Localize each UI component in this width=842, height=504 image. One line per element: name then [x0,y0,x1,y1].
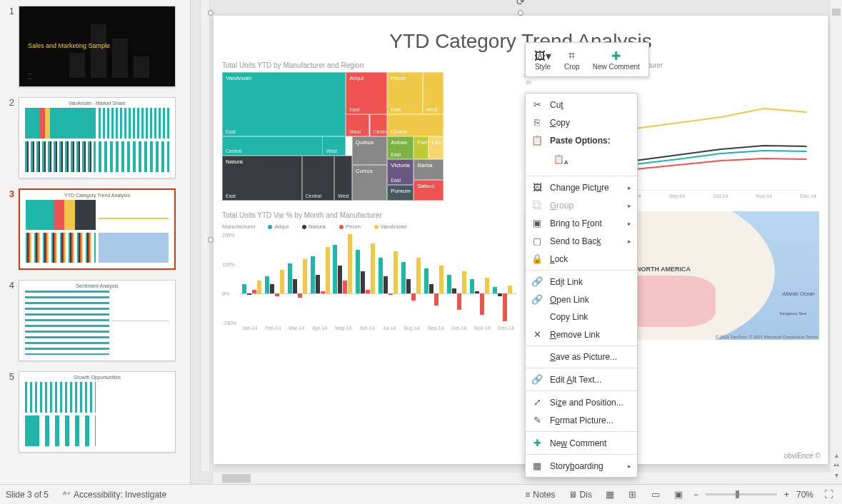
menu-send-to-back[interactable]: ▢Send to Back▸ [526,232,637,250]
slide-preview[interactable]: VanArsdel - Market Share [19,97,176,178]
zoom-slider[interactable] [706,493,777,495]
menu-new-comment[interactable]: ✚New Comment [526,434,637,452]
context-menu: ✂Cut ⎘Copy 📋Paste Options: 📋A 🖼Change Pi… [525,93,638,478]
treemap-cell[interactable]: AliquiEast [346,72,387,114]
chart-title: Total Units YTD by Manufacturer and Regi… [222,61,517,69]
normal-view-button[interactable]: ▦ [602,487,618,503]
status-bar: Slide 3 of 5 ᴬ⁺Accessibility: Investigat… [0,484,842,504]
menu-save-as-picture[interactable]: Save as Picture... [526,348,637,366]
chart-title: Total Units YTD Var % by Month and Manuf… [222,211,517,219]
horizontal-scrollbar[interactable] [214,473,831,484]
treemap-cell[interactable]: West [346,114,369,136]
treemap-cell[interactable]: Barba [414,159,443,180]
menu-lock[interactable]: 🔒Lock [526,250,637,268]
menu-format-picture[interactable]: ✎Format Picture... [526,411,637,429]
slideshow-view-button[interactable]: ▣ [671,487,686,503]
rotate-handle-icon[interactable]: ⟳ [516,0,525,7]
treemap-cell[interactable]: Central [387,114,443,136]
remove-link-icon: ✕ [531,329,543,340]
treemap-cell[interactable]: AbbasEast [387,136,414,159]
storyboard-icon: ▦ [531,460,543,471]
resize-handle[interactable] [518,10,523,16]
accessibility-checker[interactable]: ᴬ⁺Accessibility: Investigate [60,488,169,502]
reading-view-button[interactable]: ▭ [648,487,663,503]
menu-cut[interactable]: ✂Cut [526,96,637,114]
menu-bring-to-front[interactable]: ▣Bring to Front▸ [526,214,637,232]
slide-counter[interactable]: Slide 3 of 5 [6,490,49,500]
clipboard-icon: 📋A [553,154,568,164]
treemap-cell[interactable]: VanArsdelEast [222,72,346,136]
treemap-cell[interactable]: VictoriaEast [387,159,414,185]
slide-number: 2 [4,97,14,178]
page-title: YTD Category Trend Analysis [214,16,828,61]
treemap-cell[interactable]: Central [302,156,334,201]
slide-number: 1 [4,6,14,87]
slide-thumb-5[interactable]: 5 Growth Opportunities [0,366,190,457]
vertical-scrollbar[interactable] [831,0,842,484]
fit-to-window-button[interactable]: ⛶ [821,487,836,503]
slide-content[interactable]: YTD Category Trend Analysis Total Units … [214,16,828,464]
paste-icon: 📋 [531,135,543,146]
open-link-icon: 🔗 [531,294,543,305]
crop-icon: ⌗ [568,49,575,63]
treemap-cell[interactable]: Fama [414,136,428,159]
treemap-cell[interactable]: Central [370,114,388,136]
menu-group: ⿻Group▸ [526,196,637,214]
zoom-in-button[interactable]: + [784,490,789,500]
menu-remove-link[interactable]: ✕Remove Link [526,326,637,343]
menu-copy[interactable]: ⎘Copy [526,114,637,131]
cut-icon: ✂ [531,99,543,110]
treemap-cell[interactable]: PirumEast [387,72,423,114]
comment-icon: ✚ [531,438,543,448]
treemap-cell[interactable]: West [322,136,346,156]
bar-chart[interactable]: Total Units YTD Var % by Month and Manuf… [222,211,517,354]
menu-storyboarding[interactable]: ▦Storyboarding▸ [526,457,637,475]
watermark: obviEnce © [784,452,821,460]
treemap-cell[interactable]: Salvus [414,180,443,201]
treemap-cell[interactable]: West [334,156,352,201]
treemap-cell[interactable]: Quibus [352,136,388,165]
menu-edit-link[interactable]: 🔗Edit Link [526,273,637,291]
format-icon: ✎ [531,415,543,425]
comment-icon: ✚ [611,49,621,63]
send-back-icon: ▢ [531,236,543,246]
slide-thumb-3[interactable]: 3 YTD Category Trend Analysis [0,183,190,274]
accessibility-icon: ᴬ⁺ [63,490,71,500]
slide-nav-arrows[interactable]: ▴▴▴▾ [831,451,842,481]
slide-thumb-2[interactable]: 2 VanArsdel - Market Share [0,91,190,183]
menu-change-picture[interactable]: 🖼Change Picture▸ [526,178,637,196]
new-comment-button[interactable]: ✚ New Comment [587,46,646,74]
x-axis-labels: Jan-14Feb-14Mar-14Apr-14May-14Jun-14Jul-… [239,326,517,331]
menu-open-link[interactable]: 🔗Open Link [526,291,637,308]
slide-canvas-area[interactable]: ⟳ YTD Category Trend Analysis Total Unit… [191,0,842,484]
slide-thumb-4[interactable]: 4 Sentiment Analysis [0,274,190,366]
copy-icon: ⎘ [531,117,543,128]
treemap-cell[interactable]: Pomum [387,185,414,201]
style-button[interactable]: 🖼▾ Style [528,46,557,74]
slide-preview[interactable]: Sales and Marketing Sample —— [19,6,176,87]
menu-edit-alt-text[interactable]: 🔗Edit Alt Text... [526,371,637,388]
alt-text-icon: 🔗 [531,374,543,385]
menu-copy-link[interactable]: Copy Link [526,308,637,326]
display-settings-button[interactable]: 🖥Dis [566,488,595,502]
zoom-out-button[interactable]: − [693,490,698,500]
treemap-cell[interactable]: NaturaEast [222,156,302,201]
map-attribution: © 2021 TomTom, © 2021 Microsoft Corporat… [716,335,818,339]
slide-thumbnail-panel[interactable]: 1 Sales and Marketing Sample —— 2 VanArs… [0,0,191,484]
paste-keep-formatting[interactable]: 📋A [550,151,571,169]
slide-preview[interactable]: Growth Opportunities [19,371,176,453]
menu-paste-options: 📋Paste Options: [526,131,637,149]
zoom-level[interactable]: 70% [796,490,813,500]
slide-preview[interactable]: YTD Category Trend Analysis [19,188,176,270]
treemap-cell[interactable]: West [423,72,443,114]
notes-button[interactable]: ≡Notes [522,488,558,502]
menu-size-position[interactable]: ⤢Size and Position... [526,393,637,411]
treemap-cell[interactable]: Currus [352,165,388,201]
slide-thumb-1[interactable]: 1 Sales and Marketing Sample —— [0,0,190,91]
treemap-chart[interactable]: Total Units YTD by Manufacturer and Regi… [222,61,517,204]
crop-button[interactable]: ⌗ Crop [558,46,586,74]
sorter-view-button[interactable]: ⊞ [625,487,641,503]
chevron-right-icon: ▸ [628,238,631,245]
slide-preview[interactable]: Sentiment Analysis [19,280,176,361]
treemap-cell[interactable]: Leo [428,136,443,159]
